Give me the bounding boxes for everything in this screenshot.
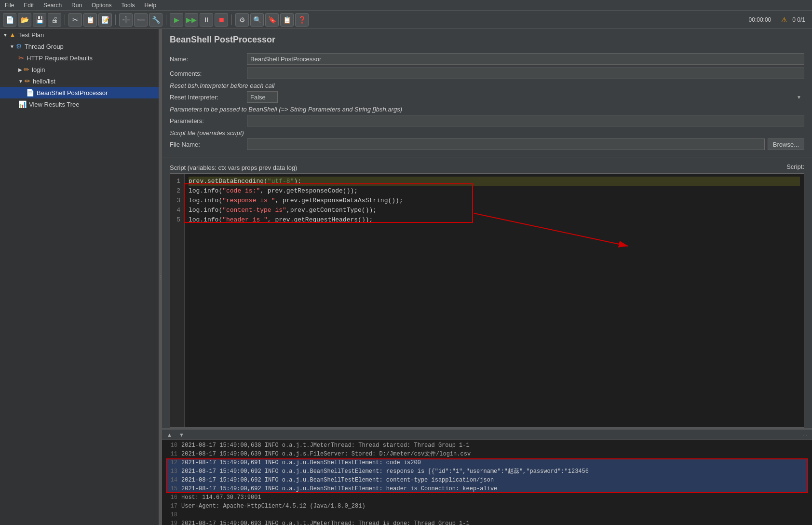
panel-title: BeanShell PostProcessor [170, 35, 275, 44]
test-plan-label: Test Plan [18, 31, 44, 39]
filename-input[interactable] [247, 138, 765, 150]
line-numbers: 1 2 3 4 5 [170, 174, 185, 427]
toggle-test-plan[interactable]: ▼ [3, 32, 8, 38]
reset-section-title: Reset bsh.Interpreter before each call [170, 82, 804, 89]
toolbar-counts: 0 0/1 [792, 16, 805, 23]
code-line-1: prev.setDataEncoding("utf-8"); [189, 177, 800, 186]
browse-button[interactable]: Browse... [768, 138, 804, 150]
log-line-14: 142021-08-17 15:49:00,692 INFO o.a.j.u.B… [166, 476, 808, 484]
toggle-thread-group[interactable]: ▼ [10, 44, 14, 49]
toolbar-paste[interactable]: 📝 [98, 13, 112, 27]
log-line-19: 192021-08-17 15:49:00,693 INFO o.a.j.t.J… [166, 519, 808, 525]
code-line-2: log.info("code is:", prev.getResponseCod… [189, 186, 800, 196]
name-label: Name: [170, 55, 247, 63]
toolbar-open[interactable]: 📂 [18, 13, 31, 27]
sidebar-item-test-plan[interactable]: ▼ ▲ Test Plan [0, 29, 159, 41]
toolbar-warning: ⚠ [777, 13, 791, 27]
script-form-section: Script (variables: ctx vars props prev d… [162, 157, 812, 428]
beanshell-label: BeanShell PostProcessor [37, 89, 108, 97]
line-num-4: 4 [174, 206, 180, 215]
toolbar-stop[interactable]: ⏹ [215, 13, 228, 27]
parameters-row: Parameters: [170, 115, 804, 126]
toolbar-cut[interactable]: ✂ [68, 13, 82, 27]
toolbar-pause[interactable]: ⏸ [200, 13, 213, 27]
sidebar: ▼ ▲ Test Plan ▼ ⚙ Thread Group ✂ HTTP Re… [0, 29, 159, 525]
separator-3 [166, 14, 166, 25]
toolbar-search[interactable]: 🔍 [250, 13, 264, 27]
log-btn-dots[interactable]: ··· [801, 431, 809, 438]
log-line-num-12: 12 [166, 458, 177, 467]
log-toolbar: ▲ ▼ ··· [162, 429, 812, 440]
params-section-title: Parameters to be passed to BeanShell (=>… [170, 106, 804, 113]
toggle-hello-list[interactable]: ▼ [18, 79, 23, 84]
script-file-section-title: Script file (overrides script) [170, 129, 804, 137]
sidebar-item-thread-group[interactable]: ▼ ⚙ Thread Group [0, 41, 159, 52]
code-line-4: log.info("content-type is",prev.getConte… [189, 206, 800, 215]
separator-4 [231, 14, 232, 25]
menu-help[interactable]: Help [142, 1, 158, 10]
script-editor[interactable]: 1 2 3 4 5 prev.setDataEncoding("utf-8");… [170, 173, 804, 428]
parameters-label: Parameters: [170, 117, 247, 124]
log-line-18: 18 [166, 511, 808, 519]
log-line-15: 152021-08-17 15:49:00,692 INFO o.a.j.u.B… [166, 484, 808, 493]
log-btn-up[interactable]: ▲ [165, 431, 174, 438]
toolbar-print[interactable]: 🖨 [48, 13, 61, 27]
script-editor-inner: 1 2 3 4 5 prev.setDataEncoding("utf-8");… [170, 174, 804, 427]
code-line-5: log.info("header is ", prev.getRequestHe… [189, 215, 800, 225]
log-line-num-16: 16 [166, 493, 177, 502]
menubar: File Edit Search Run Options Tools Help [0, 0, 812, 11]
log-line-num-18: 18 [166, 511, 177, 519]
thread-group-label: Thread Group [25, 43, 64, 50]
code-content: prev.setDataEncoding("utf-8"); log.info(… [185, 174, 804, 427]
menu-file[interactable]: File [3, 1, 16, 10]
log-line-num-15: 15 [166, 484, 177, 493]
menu-tools[interactable]: Tools [119, 1, 136, 10]
filename-row: File Name: Browse... [170, 138, 804, 150]
toggle-login[interactable]: ▶ [18, 67, 22, 72]
log-content: 102021-08-17 15:49:00,638 INFO o.a.j.t.J… [162, 440, 812, 525]
line-num-1: 1 [174, 177, 180, 186]
log-annotated-block: 122021-08-17 15:49:00,691 INFO o.a.j.u.B… [166, 458, 808, 493]
comments-row: Comments: [170, 68, 804, 79]
sidebar-item-http-defaults[interactable]: ✂ HTTP Request Defaults [0, 52, 159, 64]
login-label: login [32, 66, 45, 73]
toolbar-remove[interactable]: ➖ [134, 13, 148, 27]
menu-run[interactable]: Run [69, 1, 84, 10]
sidebar-item-login[interactable]: ▶ ✏ login [0, 64, 159, 75]
log-line-num-17: 17 [166, 502, 177, 511]
reset-interpreter-select[interactable]: False True [247, 91, 278, 103]
toolbar-bookmark[interactable]: 🔖 [265, 13, 279, 27]
toolbar-run-all[interactable]: ▶▶ [185, 13, 198, 27]
toolbar-add[interactable]: ➕ [119, 13, 133, 27]
toolbar-new[interactable]: 📄 [3, 13, 16, 27]
script-label-right: Script: [786, 163, 804, 170]
comments-label: Comments: [170, 70, 247, 77]
log-btn-down[interactable]: ▼ [177, 431, 186, 438]
sidebar-item-view-results-tree[interactable]: 📊 View Results Tree [0, 98, 159, 110]
script-section-label: Script (variables: ctx vars props prev d… [170, 164, 297, 171]
http-defaults-label: HTTP Request Defaults [27, 55, 93, 62]
sidebar-item-hello-list[interactable]: ▼ ✏ hello/list [0, 75, 159, 87]
code-line-3: log.info("response is ", prev.getRespons… [189, 196, 800, 206]
name-row: Name: [170, 53, 804, 65]
line-num-3: 3 [174, 196, 180, 206]
toolbar-help[interactable]: ❓ [295, 13, 309, 27]
toolbar-save[interactable]: 💾 [33, 13, 46, 27]
reset-interpreter-label: Reset Interpreter: [170, 94, 247, 101]
line-num-2: 2 [174, 186, 180, 196]
toolbar-run[interactable]: ▶ [170, 13, 183, 27]
toolbar-copy[interactable]: 📋 [83, 13, 97, 27]
view-results-label: View Results Tree [29, 101, 80, 108]
comments-input[interactable] [247, 68, 804, 79]
menu-options[interactable]: Options [90, 1, 113, 10]
toolbar-config[interactable]: 🔧 [149, 13, 162, 27]
toolbar-settings[interactable]: ⚙ [235, 13, 249, 27]
toolbar-list[interactable]: 📋 [280, 13, 294, 27]
log-line-num-19: 19 [166, 519, 177, 525]
log-line-17: 17User-Agent: Apache-HttpClient/4.5.12 (… [166, 502, 808, 511]
name-input[interactable] [247, 53, 804, 65]
menu-edit[interactable]: Edit [22, 1, 36, 10]
parameters-input[interactable] [247, 115, 804, 126]
sidebar-item-beanshell[interactable]: 📄 BeanShell PostProcessor [0, 87, 159, 98]
menu-search[interactable]: Search [41, 1, 64, 10]
